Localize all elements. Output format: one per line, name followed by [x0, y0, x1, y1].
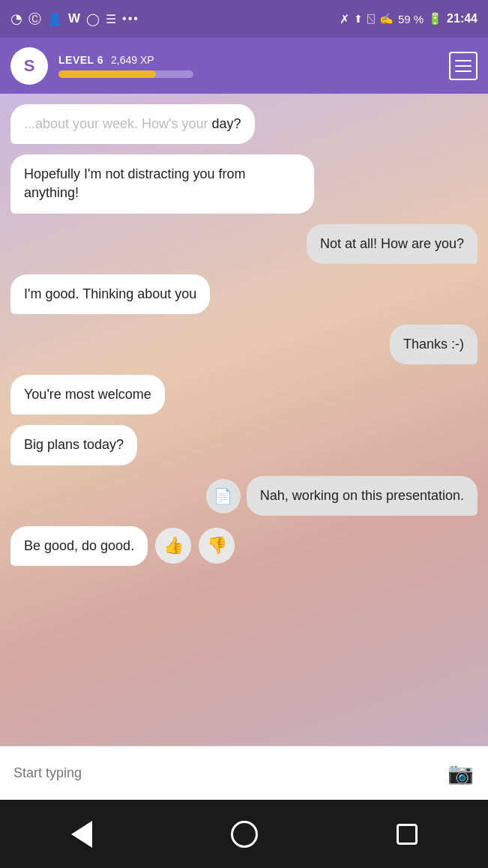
menu-button[interactable] [449, 52, 478, 80]
header-info: LEVEL 6 2,649 XP [58, 54, 439, 78]
avatar: S [10, 47, 48, 85]
home-button[interactable] [222, 812, 267, 857]
bubble-6: You're most welcome [10, 375, 165, 415]
menu-line-1 [455, 60, 472, 61]
bubble-9: Be good, do good. [10, 526, 148, 566]
thumbs-down-button[interactable]: 👎 [199, 528, 235, 564]
input-area: 📷 [0, 746, 488, 800]
battery-icon: 🔋 [428, 12, 442, 25]
back-icon [71, 821, 92, 848]
wifi-icon: ⍂ [367, 12, 375, 25]
recent-icon [397, 824, 418, 845]
recent-button[interactable] [385, 812, 430, 857]
bubble-5: Thanks :-) [390, 325, 478, 364]
bubble-7: Big plans today? [10, 425, 137, 465]
person-icon: 👤 [47, 12, 62, 26]
bubble-8: Nah, working on this presentation. [247, 476, 478, 516]
message-row-7: Big plans today? [10, 425, 478, 465]
message-row-9: Be good, do good. 👍 👎 [10, 526, 478, 566]
header: S LEVEL 6 2,649 XP [0, 37, 488, 94]
equalizer-icon: ☰ [106, 12, 116, 26]
bluetooth-icon: ✗ [340, 12, 349, 26]
camera-button[interactable]: 📷 [446, 759, 475, 788]
menu-line-2 [455, 65, 472, 67]
instagram-icon: ◯ [86, 12, 100, 26]
chat-area: ...about your week. How's your day? Hope… [0, 94, 488, 746]
message-row-3: Not at all! How are you? [10, 224, 478, 264]
back-button[interactable] [59, 812, 104, 857]
message-input[interactable] [13, 765, 436, 781]
w-icon: W [68, 11, 80, 26]
c-icon: ◔ [10, 10, 22, 27]
signal-bars-icon: ✍ [379, 12, 394, 25]
status-icons-right: ✗ ⬆ ⍂ ✍ 59 % 🔋 21:44 [340, 12, 478, 26]
time-display: 21:44 [447, 12, 478, 25]
message-row-6: You're most welcome [10, 375, 478, 415]
message-row-2: Hopefully I'm not distracting you from a… [10, 154, 478, 213]
message-row-8: 📄 Nah, working on this presentation. [10, 476, 478, 516]
home-icon [231, 821, 258, 848]
message-row-1: ...about your week. How's your day? [10, 104, 478, 144]
battery-text: 59 % [398, 13, 424, 25]
s-icon: Ⓒ [28, 10, 41, 28]
more-icon: ••• [122, 12, 139, 25]
xp-bar-fill [58, 70, 156, 78]
bubble-1: ...about your week. How's your day? [10, 104, 255, 144]
message-row-5: Thanks :-) [10, 325, 478, 364]
bubble-3: Not at all! How are you? [307, 224, 478, 264]
xp-label: 2,649 XP [111, 54, 154, 66]
status-icons-left: ◔ Ⓒ 👤 W ◯ ☰ ••• [10, 10, 139, 28]
level-label: LEVEL 6 [58, 54, 103, 66]
thumbs-up-button[interactable]: 👍 [155, 528, 191, 564]
xp-bar-container [58, 70, 193, 78]
doc-icon-button[interactable]: 📄 [206, 479, 241, 513]
signal-arrow-icon: ⬆ [354, 13, 363, 25]
bubble-4: I'm good. Thinking about you [10, 274, 210, 314]
nav-bar [0, 800, 488, 868]
bubble-2: Hopefully I'm not distracting you from a… [10, 154, 314, 213]
status-bar: ◔ Ⓒ 👤 W ◯ ☰ ••• ✗ ⬆ ⍂ ✍ 59 % 🔋 21:44 [0, 0, 488, 37]
message-row-4: I'm good. Thinking about you [10, 274, 478, 314]
menu-line-3 [455, 70, 472, 72]
